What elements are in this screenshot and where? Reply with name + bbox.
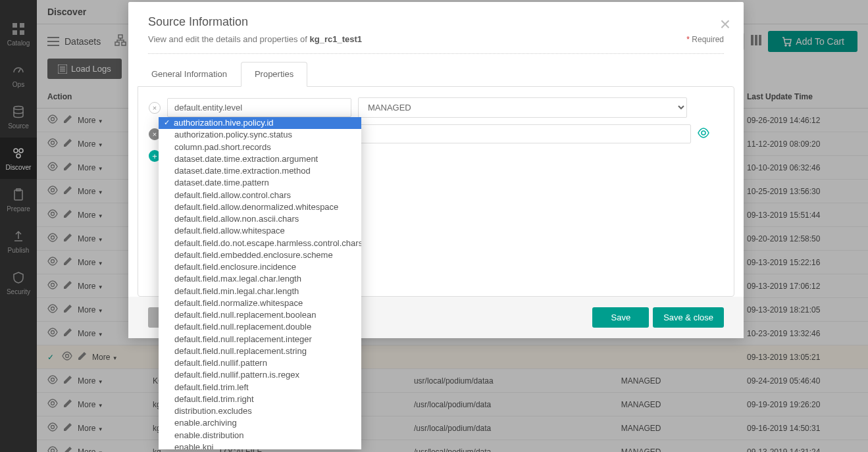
dropdown-item[interactable]: dataset.date.time.extraction.argument (159, 153, 361, 165)
dropdown-item[interactable]: default.field.null.replacement.string (159, 345, 361, 357)
dropdown-item[interactable]: enable.archiving (159, 417, 361, 429)
tab-properties[interactable]: Properties (241, 62, 307, 87)
dropdown-item[interactable]: default.field.trim.left (159, 382, 361, 393)
dropdown-item[interactable]: dataset.date.time.pattern (159, 177, 361, 189)
dropdown-item[interactable]: default.field.allow.control.chars (159, 189, 361, 201)
property-row: × MANAGED (149, 97, 723, 118)
property-value-select[interactable]: MANAGED (358, 97, 687, 118)
dropdown-item[interactable]: default.field.nullif.pattern (159, 357, 361, 369)
svg-point-43 (702, 131, 705, 135)
dropdown-item[interactable]: enable.kpi (159, 441, 361, 449)
dropdown-item[interactable]: default.field.normalize.whitespace (159, 297, 361, 309)
modal-subtitle: View and edit the details and properties… (148, 34, 724, 44)
dropdown-item[interactable]: default.field.embedded.enclosure.scheme (159, 249, 361, 261)
dropdown-item[interactable]: default.field.min.legal.char.length (159, 286, 361, 297)
dropdown-item[interactable]: ✓authorization.hive.policy.id (159, 117, 361, 129)
dropdown-item[interactable]: authorization.policy.sync.status (159, 129, 361, 141)
dropdown-item[interactable]: distribution.excludes (159, 405, 361, 417)
dropdown-item[interactable]: default.field.null.replacement.integer (159, 334, 361, 345)
save-button[interactable]: Save (592, 307, 649, 328)
required-label: * Required (686, 35, 724, 44)
dropdown-item[interactable]: default.field.trim.right (159, 393, 361, 405)
dropdown-item[interactable]: default.field.allow.denormalized.whitesp… (159, 201, 361, 213)
dropdown-item[interactable]: default.field.allow.non.ascii.chars (159, 213, 361, 225)
remove-button[interactable]: × (149, 102, 161, 114)
dropdown-item[interactable]: default.field.null.replacement.double (159, 321, 361, 333)
check-icon: ✓ (164, 118, 170, 128)
dropdown-item[interactable]: default.field.allow.whitespace (159, 225, 361, 237)
tab-general[interactable]: General Information (138, 62, 241, 86)
dropdown-item[interactable]: default.field.max.legal.char.length (159, 273, 361, 285)
property-key-input[interactable] (167, 98, 351, 117)
dropdown-item[interactable]: column.pad.short.records (159, 141, 361, 153)
dropdown-item[interactable]: default.field.null.replacement.boolean (159, 309, 361, 321)
dropdown-item[interactable]: default.field.nullif.pattern.is.regex (159, 369, 361, 381)
save-close-button[interactable]: Save & close (653, 307, 724, 328)
modal-tabs: General Information Properties (128, 62, 744, 86)
dropdown-item[interactable]: default.field.enclosure.incidence (159, 261, 361, 273)
eye-icon[interactable] (698, 127, 709, 141)
property-dropdown: ✓authorization.hive.policy.idauthorizati… (159, 117, 361, 449)
close-icon[interactable]: × (720, 15, 730, 34)
modal-header: Source Information View and edit the det… (128, 2, 744, 53)
dropdown-item[interactable]: enable.distribution (159, 430, 361, 441)
dropdown-item[interactable]: dataset.date.time.extraction.method (159, 165, 361, 177)
dropdown-item[interactable]: default.field.do.not.escape.harmless.con… (159, 238, 361, 249)
modal-title: Source Information (148, 15, 724, 29)
